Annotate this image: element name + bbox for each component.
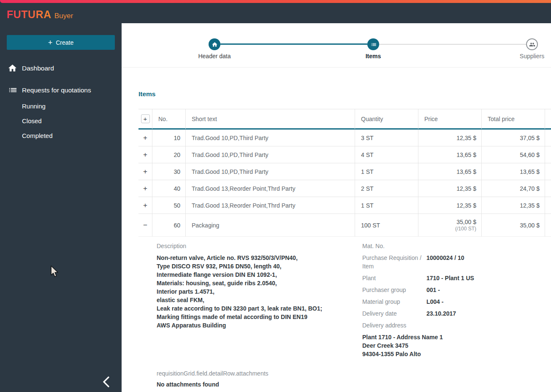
sidebar-subnav: Running Closed Completed [0,99,122,143]
field-value: 23.10.2017 [426,309,456,318]
field-purchase-requisition: Purchase Requisition / Item 10000024 / 1… [362,254,551,270]
cell-overflow [545,197,551,214]
sidebar-item-dashboard[interactable]: Dashboard [0,62,122,75]
table-row-expand: + [138,180,152,197]
cell-short-text: Trad.Good 13,Reorder Point,Thrd Party [186,180,355,197]
table-row-expand: + [138,130,152,146]
cell-quantity: 2 ST [355,180,418,197]
expand-row-button[interactable]: + [143,201,147,210]
expand-all-header-cell: + [138,109,152,130]
field-label: Material group [362,297,426,306]
brand-gradient-stripe [0,0,551,3]
field-label: Purchaser group [362,286,426,294]
expand-all-button[interactable]: + [141,114,150,123]
cell-price: 12,35 $ [418,130,482,146]
description-label: Description [157,242,362,250]
cell-short-text: Trad.Good 10,PD,Third Party [186,163,355,180]
attachments-empty-message: No attachments found [157,381,551,388]
cell-total-price: 12,35 $ [482,197,545,214]
table-row-expand: + [138,146,152,163]
expand-row-button[interactable]: + [143,184,147,193]
address-line: Deer Creek 3475 [362,341,551,350]
sidebar: FUTURABuyer + Create Dashboard Requests … [0,0,122,392]
field-value: 1710 - Plant 1 US [426,274,474,282]
cell-no: 20 [152,146,186,163]
brand-product: Buyer [54,12,73,20]
plus-icon: + [48,39,53,46]
step-label: Items [339,53,407,59]
price-value: 35,00 $ [456,219,476,225]
cell-short-text: Trad.Good 10,PD,Third Party [186,146,355,163]
sidebar-item-closed[interactable]: Closed [0,114,122,128]
cell-overflow [545,214,551,237]
description-line: Leak rate according to DIN 3230 part 3, … [157,304,362,313]
expand-row-button[interactable]: + [143,134,147,142]
create-button[interactable]: + Create [7,35,115,50]
description-line: elastic seal FKM, [157,296,362,304]
step-label: Header data [181,53,248,59]
cell-no: 50 [152,197,186,214]
address-line: 94304-1355 Palo Alto [362,350,551,358]
step-circle [367,38,379,50]
field-plant: Plant 1710 - Plant 1 US [362,274,551,282]
step-items[interactable]: Items [339,38,407,59]
attachments-label: requisitionGrid.field.detailRow.attachme… [157,369,551,378]
description-line: Marking fittings made of metal according… [157,313,362,321]
cell-short-text: Trad.Good 10,PD,Third Party [186,130,355,146]
cell-quantity: 4 ST [355,146,418,163]
cell-no: 30 [152,163,186,180]
description-line: Type DISCO RSV 932, PN16 DN50, length 40… [157,262,362,270]
field-label: Purchase Requisition / Item [362,254,426,270]
cell-quantity: 100 ST [355,214,418,237]
cell-price: 35,00 $ (/100 ST) [418,214,482,237]
column-header-price: Price [418,109,482,130]
wizard-stepper: Header data Items Suppliers [122,23,551,68]
field-value: L004 - [426,297,443,306]
column-header-no: No. [152,109,186,130]
field-value: 001 - [426,286,440,294]
chevron-left-icon [99,374,114,389]
brand-name: FUTURA [7,8,52,20]
cell-quantity: 1 ST [355,197,418,214]
cell-short-text: Packaging [186,214,355,237]
step-header-data[interactable]: Header data [181,38,248,59]
collapse-row-button[interactable]: − [143,221,147,230]
cell-total-price: 37,05 $ [482,130,545,146]
expand-row-button[interactable]: + [143,151,147,159]
sidebar-nav: Dashboard Requests for quotations Runnin… [0,62,122,143]
cell-no: 60 [152,214,186,237]
cell-overflow [545,163,551,180]
table-row-expand: − [138,214,152,237]
field-delivery-address: Delivery address [362,321,551,330]
items-table: + No. Short text Quantity Price Total pr… [138,109,551,388]
cell-quantity: 3 ST [355,130,418,146]
sidebar-collapse-button[interactable] [99,374,114,389]
sidebar-item-running[interactable]: Running [0,99,122,114]
expand-row-button[interactable]: + [143,168,147,176]
section-title: Items [138,90,551,98]
sidebar-item-requests-for-quotations[interactable]: Requests for quotations [0,84,122,97]
sidebar-item-label: Dashboard [22,65,54,72]
home-icon [212,41,218,48]
description-text: Non-return valve, Article no. RVS 932/50… [157,254,362,330]
description-line: AWS Apparatus Building [157,321,362,330]
step-circle [526,38,538,50]
cell-total-price: 54,60 $ [482,146,545,163]
field-label: Delivery address [362,321,426,330]
sidebar-item-completed[interactable]: Completed [0,128,122,143]
create-button-label: Create [56,39,73,46]
list-icon [370,41,377,48]
cell-no: 10 [152,130,186,146]
home-icon [8,63,17,73]
column-header-short-text: Short text [186,109,355,130]
step-circle [209,38,220,50]
address-line: Plant 1710 - Address Name 1 [362,333,551,341]
cell-overflow [545,130,551,146]
field-delivery-date: Delivery date 23.10.2017 [362,309,551,318]
field-label: Delivery date [362,309,426,318]
people-icon [529,41,535,48]
step-suppliers[interactable]: Suppliers [498,38,551,59]
step-label: Suppliers [498,53,551,59]
column-header-quantity: Quantity [355,109,418,130]
field-material-group: Material group L004 - [362,297,551,306]
